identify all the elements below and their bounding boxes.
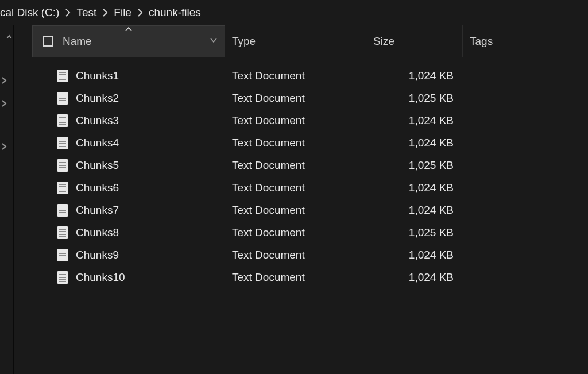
file-name: Chunks9 — [76, 249, 119, 261]
column-label: Tags — [470, 35, 493, 48]
cell-size: 1,024 KB — [366, 182, 463, 194]
cell-size: 1,024 KB — [366, 204, 463, 217]
cell-type: Text Document — [225, 204, 366, 217]
scroll-up-icon[interactable] — [6, 34, 12, 40]
cell-type: Text Document — [225, 114, 366, 127]
select-all-checkbox[interactable] — [43, 36, 53, 47]
column-header-name[interactable]: Name — [32, 25, 225, 57]
chevron-right-icon — [102, 9, 108, 17]
navigation-pane[interactable] — [0, 25, 14, 374]
cell-name: Chunks4 — [32, 137, 225, 149]
text-file-icon — [57, 226, 68, 239]
file-list: Chunks1Text Document1,024 KBChunks2Text … — [14, 57, 588, 288]
cell-size: 1,024 KB — [366, 271, 463, 284]
file-name: Chunks4 — [76, 137, 119, 149]
cell-name: Chunks1 — [32, 70, 225, 82]
chevron-right-icon[interactable] — [1, 143, 8, 150]
text-file-icon — [57, 204, 68, 217]
cell-size: 1,025 KB — [366, 159, 463, 172]
file-name: Chunks6 — [76, 182, 119, 194]
file-name: Chunks1 — [76, 70, 119, 82]
cell-name: Chunks5 — [32, 159, 225, 172]
cell-type: Text Document — [225, 271, 366, 284]
file-row[interactable]: Chunks8Text Document1,025 KB — [14, 221, 588, 244]
cell-type: Text Document — [225, 226, 366, 239]
file-name: Chunks3 — [76, 114, 119, 127]
cell-size: 1,024 KB — [366, 114, 463, 127]
file-row[interactable]: Chunks3Text Document1,024 KB — [14, 109, 588, 132]
text-file-icon — [57, 92, 68, 105]
content-area: Name Type Size Tags Chunks1Text Document… — [0, 25, 588, 374]
file-name: Chunks10 — [76, 271, 125, 284]
sort-ascending-icon — [125, 27, 132, 33]
cell-type: Text Document — [225, 70, 366, 82]
chevron-right-icon — [65, 9, 71, 17]
cell-size: 1,024 KB — [366, 249, 463, 261]
column-label: Type — [232, 35, 256, 48]
text-file-icon — [57, 70, 68, 82]
chevron-right-icon[interactable] — [1, 77, 8, 84]
file-row[interactable]: Chunks2Text Document1,025 KB — [14, 87, 588, 109]
cell-type: Text Document — [225, 249, 366, 261]
file-name: Chunks5 — [76, 159, 119, 172]
column-label: Size — [373, 35, 394, 48]
cell-size: 1,024 KB — [366, 137, 463, 149]
cell-size: 1,024 KB — [366, 70, 463, 82]
file-name: Chunks2 — [76, 92, 119, 105]
chevron-right-icon — [137, 9, 143, 17]
file-name: Chunks7 — [76, 204, 119, 217]
breadcrumb-segment[interactable]: chunk-files — [149, 6, 201, 19]
file-row[interactable]: Chunks1Text Document1,024 KB — [14, 64, 588, 87]
breadcrumb-segment[interactable]: cal Disk (C:) — [0, 6, 59, 19]
text-file-icon — [57, 182, 68, 194]
file-row[interactable]: Chunks4Text Document1,024 KB — [14, 132, 588, 154]
breadcrumb[interactable]: cal Disk (C:) Test File chunk-files — [0, 0, 588, 25]
column-header-type[interactable]: Type — [225, 25, 366, 57]
file-row[interactable]: Chunks7Text Document1,024 KB — [14, 199, 588, 221]
cell-name: Chunks10 — [32, 271, 225, 284]
cell-type: Text Document — [225, 182, 366, 194]
text-file-icon — [57, 249, 68, 261]
cell-name: Chunks7 — [32, 204, 225, 217]
text-file-icon — [57, 271, 68, 284]
breadcrumb-segment[interactable]: Test — [76, 6, 96, 19]
text-file-icon — [57, 137, 68, 149]
chevron-down-icon[interactable] — [210, 37, 218, 45]
column-label: Name — [63, 35, 92, 48]
file-name: Chunks8 — [76, 226, 119, 239]
cell-name: Chunks3 — [32, 114, 225, 127]
file-list-pane: Name Type Size Tags Chunks1Text Document… — [14, 25, 588, 374]
file-row[interactable]: Chunks5Text Document1,025 KB — [14, 154, 588, 176]
cell-name: Chunks8 — [32, 226, 225, 239]
cell-type: Text Document — [225, 137, 366, 149]
cell-name: Chunks2 — [32, 92, 225, 105]
cell-size: 1,025 KB — [366, 226, 463, 239]
column-gutter — [14, 25, 32, 57]
file-row[interactable]: Chunks10Text Document1,024 KB — [14, 266, 588, 288]
cell-type: Text Document — [225, 92, 366, 105]
cell-type: Text Document — [225, 159, 366, 172]
cell-size: 1,025 KB — [366, 92, 463, 105]
cell-name: Chunks6 — [32, 182, 225, 194]
file-row[interactable]: Chunks9Text Document1,024 KB — [14, 244, 588, 266]
column-header-row: Name Type Size Tags — [14, 25, 588, 57]
column-header-tags[interactable]: Tags — [463, 25, 566, 57]
chevron-right-icon[interactable] — [1, 100, 8, 107]
column-header-size[interactable]: Size — [366, 25, 463, 57]
file-row[interactable]: Chunks6Text Document1,024 KB — [14, 176, 588, 199]
explorer-window: cal Disk (C:) Test File chunk-files — [0, 0, 588, 374]
breadcrumb-segment[interactable]: File — [114, 6, 131, 19]
text-file-icon — [57, 159, 68, 172]
text-file-icon — [57, 114, 68, 127]
cell-name: Chunks9 — [32, 249, 225, 261]
